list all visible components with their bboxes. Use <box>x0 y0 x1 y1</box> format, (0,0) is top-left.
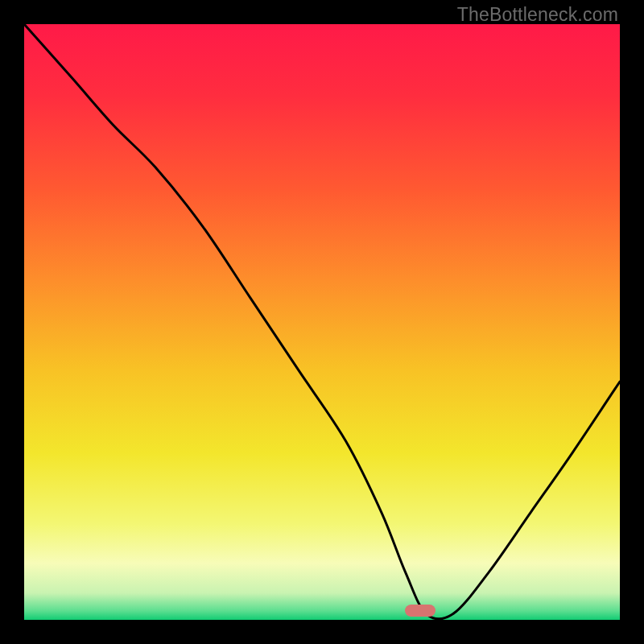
watermark-text: TheBottleneck.com <box>457 4 618 26</box>
curve-layer <box>24 24 620 620</box>
bottleneck-curve <box>24 24 620 619</box>
outer-frame: TheBottleneck.com <box>0 0 644 644</box>
optimal-marker-pill <box>405 605 436 617</box>
plot-area <box>24 24 620 620</box>
